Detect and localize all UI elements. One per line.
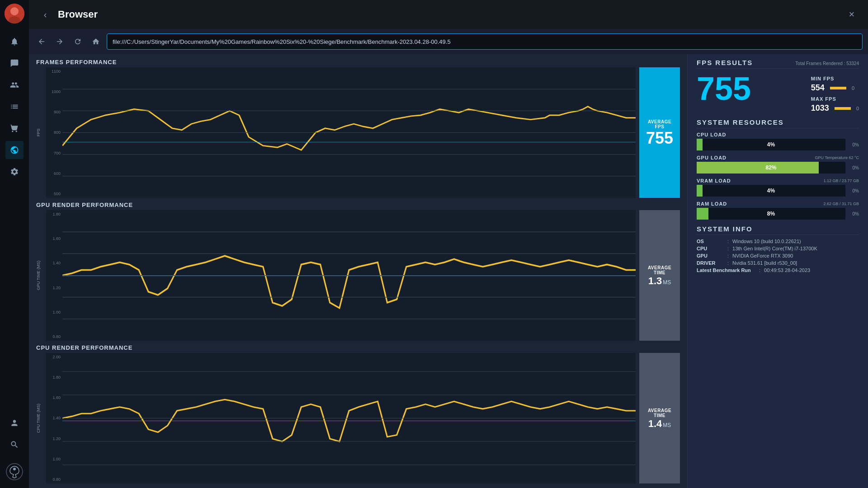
svg-point-1 [10,7,19,15]
cpu-load-post: 0% [848,142,859,147]
sysinfo-driver-row: DRIVER : Nvidia 531.61 [build r530_00] [697,260,859,266]
max-fps-bar [835,107,851,110]
frames-chart-svg [62,67,636,198]
cpu-avg-line [62,421,636,421]
bell-icon[interactable] [5,33,24,51]
gpu-load-item: GPU LOAD GPU Temperature 62 °C 82% 0% [697,155,859,174]
min-fps-value-row: 554 0 [811,83,859,93]
list-icon[interactable] [5,98,24,116]
cpu-badge-label: AVERAGE TIME [645,408,675,418]
cpu-y-label: CPU TIME (MS) [36,353,42,483]
gpu-avg-line [62,276,636,276]
close-button[interactable]: × [844,7,859,22]
min-fps-bar [830,87,846,89]
min-fps-zero: 0 [852,85,854,91]
chat-icon[interactable] [5,54,24,72]
vram-load-item: VRAM LOAD 1.12 GB / 23.77 GB 4% 0% [697,178,859,197]
ram-sub-label: 2.62 GB / 31.71 GB [823,202,859,206]
system-info-title: SYSTEM INFO [697,225,859,235]
vram-sub-label: 1.12 GB / 23.77 GB [823,178,859,183]
ubisoft-logo [5,463,24,481]
nav-back-button[interactable] [34,34,49,49]
fps-stats-col: MIN FPS 554 0 MAX FPS 1033 [811,72,859,113]
url-bar[interactable] [107,33,863,50]
sysinfo-gpu-row: GPU : NVIDIA GeForce RTX 3090 [697,253,859,258]
system-resources-section: SYSTEM RESOURCES CPU LOAD 4% 0% [697,118,859,220]
frames-performance-title: FRAMES PERFORMANCE [36,59,680,66]
vram-load-bar-text: 4% [697,188,845,194]
frames-badge-value: 755 [646,130,673,146]
search-icon[interactable] [5,436,24,454]
cpu-load-bar-container: 4% 0% [697,139,859,150]
gpu-load-post: 0% [848,165,859,170]
gpu-render-section: GPU RENDER PERFORMANCE GPU TIME (MS) 1.8… [36,202,680,341]
ram-load-bar-bg: 8% [697,208,845,220]
gpu-load-bar-text: 82% [697,164,845,171]
avg-fps-value: 755 [697,72,751,105]
frames-badge-label: AVERAGE FPS [645,119,675,129]
nav-bar [29,29,868,54]
vram-load-label: VRAM LOAD [697,178,731,183]
max-fps-label: MAX FPS [811,96,838,102]
user-manage-icon[interactable] [5,414,24,432]
gpu-badge-unit: MS [663,279,671,286]
min-fps-label: MIN FPS [811,76,838,81]
friends-icon[interactable] [5,76,24,94]
ram-load-header: RAM LOAD 2.62 GB / 31.71 GB [697,201,859,206]
stats-panel: FPS RESULTS Total Frames Rendered : 5332… [687,54,868,488]
settings-icon[interactable] [5,163,24,181]
gpu-chart-plot [62,210,636,341]
fps-results-title: FPS RESULTS [697,59,753,66]
gpu-load-label: GPU LOAD [697,155,726,160]
cpu-load-label: CPU LOAD [697,132,726,137]
sysinfo-cpu-row: CPU : 13th Gen Intel(R) Core(TM) i7-1370… [697,246,859,251]
charts-panel: FRAMES PERFORMANCE FPS 1100 1000 900 800… [29,54,687,488]
nav-home-button[interactable] [89,34,103,49]
back-button[interactable]: ‹ [38,7,52,22]
cpu-load-bar-text: 4% [697,141,845,148]
ram-load-item: RAM LOAD 2.62 GB / 31.71 GB 8% 0% [697,201,859,220]
fps-results-section: FPS RESULTS Total Frames Rendered : 5332… [697,59,859,113]
min-fps-value: 554 [811,83,825,93]
sysinfo-os-row: OS : Windows 10 (build 10.0.22621) [697,239,859,244]
gpu-badge-value: 1.3 [648,276,662,286]
vram-load-header: VRAM LOAD 1.12 GB / 23.77 GB [697,178,859,183]
vram-load-bar-bg: 4% [697,185,845,197]
avatar[interactable] [5,4,24,23]
ram-load-post: 0% [848,211,859,216]
sidebar [0,0,29,488]
fps-header: 755 MIN FPS 554 0 MAX FPS [697,72,859,113]
gpu-badge: AVERAGE TIME 1.3 MS [639,210,680,341]
frames-performance-section: FRAMES PERFORMANCE FPS 1100 1000 900 800… [36,59,680,198]
frames-badge: AVERAGE FPS 755 [639,67,680,198]
store-icon[interactable] [5,119,24,137]
gpu-y-label: GPU TIME (MS) [36,210,42,341]
gpu-y-axis: 1.80 1.60 1.40 1.20 1.00 0.80 [46,210,62,341]
cpu-badge-value: 1.4 [648,419,662,429]
ram-load-bar-container: 8% 0% [697,208,859,220]
system-info-section: SYSTEM INFO OS : Windows 10 (build 10.0.… [697,225,859,273]
globe-icon[interactable] [5,141,24,159]
cpu-badge-unit: MS [663,422,671,428]
cpu-chart-plot [62,353,636,483]
nav-refresh-button[interactable] [71,34,85,49]
min-fps-row: MIN FPS [811,76,859,81]
title-bar: ‹ Browser × [29,0,868,29]
frames-y-axis: 1100 1000 900 800 700 600 500 [46,67,62,198]
sysinfo-benchmark-row: Latest Benchmark Run : 00:49:53 28-04-20… [697,267,859,273]
max-fps-zero: 0 [856,106,859,111]
main-window: ‹ Browser × FRAMES PERFORMANCE FPS [29,0,868,488]
vram-load-post: 0% [848,188,859,193]
gpu-render-title: GPU RENDER PERFORMANCE [36,202,680,208]
cpu-render-chart: CPU TIME (MS) 2.00 1.80 1.60 1.40 1.20 1… [36,353,680,483]
frames-chart-plot [62,67,636,198]
nav-forward-button[interactable] [52,34,67,49]
frames-performance-chart: FPS 1100 1000 900 800 700 600 500 [36,67,680,198]
cpu-y-axis: 2.00 1.80 1.60 1.40 1.20 1.00 0.80 [46,353,62,483]
total-frames-label: Total Frames Rendered : 53324 [795,61,859,66]
max-fps-row: MAX FPS [811,96,859,102]
cpu-chart-svg [62,353,636,483]
cpu-render-section: CPU RENDER PERFORMANCE CPU TIME (MS) 2.0… [36,344,680,483]
content-area: FRAMES PERFORMANCE FPS 1100 1000 900 800… [29,54,868,488]
ram-load-label: RAM LOAD [697,201,727,206]
